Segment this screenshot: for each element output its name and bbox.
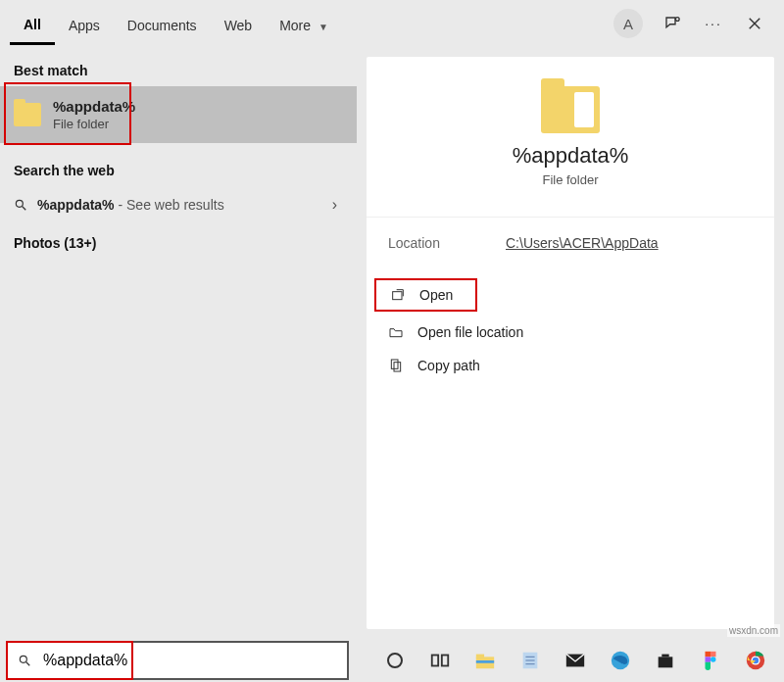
svg-rect-6	[391, 360, 398, 368]
svg-rect-21	[706, 652, 711, 658]
avatar[interactable]: A	[613, 9, 643, 38]
search-icon	[14, 198, 27, 212]
file-explorer-icon[interactable]	[474, 650, 496, 671]
mail-icon[interactable]	[564, 650, 586, 671]
open-file-location-action[interactable]: Open file location	[367, 316, 774, 349]
more-options-icon[interactable]: ···	[702, 12, 725, 35]
results-pane: Best match %appdata% File folder Search …	[0, 47, 357, 639]
filter-tabs: All Apps Documents Web More ▼	[10, 3, 342, 45]
svg-rect-10	[432, 656, 438, 666]
photos-label[interactable]: Photos (13+)	[0, 229, 357, 259]
svg-rect-22	[710, 652, 716, 658]
search-icon	[18, 654, 31, 667]
folder-icon	[14, 103, 41, 126]
open-icon	[390, 287, 406, 303]
best-match-label: Best match	[0, 57, 357, 86]
tab-more-label: More	[279, 18, 311, 33]
svg-rect-11	[442, 656, 448, 666]
search-box[interactable]	[6, 641, 349, 680]
search-web-label: Search the web	[0, 157, 357, 186]
svg-rect-23	[706, 657, 711, 662]
best-match-subtitle: File folder	[53, 117, 135, 131]
tab-apps[interactable]: Apps	[55, 4, 114, 43]
taskbar-icons	[355, 650, 766, 671]
preview-subtitle: File folder	[367, 172, 774, 187]
best-match-title: %appdata%	[53, 98, 135, 115]
tab-documents[interactable]: Documents	[114, 4, 211, 43]
copy-path-action[interactable]: Copy path	[367, 349, 774, 382]
open-label: Open	[419, 287, 453, 303]
header-actions: A ···	[613, 9, 774, 38]
open-file-location-label: Open file location	[417, 324, 523, 340]
search-header: All Apps Documents Web More ▼ A ···	[0, 0, 784, 47]
svg-rect-5	[393, 292, 402, 300]
edge-icon[interactable]	[610, 650, 631, 671]
watermark: wsxdn.com	[727, 624, 780, 637]
svg-rect-14	[476, 660, 494, 663]
folder-icon	[541, 86, 600, 133]
store-icon[interactable]	[655, 650, 676, 671]
open-action[interactable]: Open	[374, 278, 477, 312]
search-input[interactable]	[41, 651, 337, 670]
web-query: %appdata%	[37, 197, 115, 213]
copy-path-label: Copy path	[417, 358, 480, 373]
feedback-icon[interactable]	[661, 12, 684, 35]
location-value[interactable]: C:\Users\ACER\AppData	[506, 235, 659, 251]
svg-line-4	[23, 207, 26, 211]
best-match-item[interactable]: %appdata% File folder	[0, 86, 357, 143]
svg-line-9	[26, 662, 30, 666]
taskbar	[0, 639, 784, 682]
tab-web[interactable]: Web	[211, 4, 267, 43]
folder-open-icon	[388, 324, 404, 340]
preview-title: %appdata%	[367, 143, 774, 169]
svg-rect-13	[476, 655, 484, 659]
preview-pane: %appdata% File folder Location C:\Users\…	[367, 57, 774, 629]
svg-point-0	[675, 18, 679, 22]
notepad-icon[interactable]	[519, 650, 541, 671]
task-view-icon[interactable]	[429, 650, 451, 671]
svg-point-3	[16, 200, 23, 207]
copy-icon	[388, 358, 404, 373]
tab-all[interactable]: All	[10, 3, 55, 45]
location-label: Location	[388, 235, 466, 251]
chrome-icon[interactable]	[745, 650, 766, 671]
svg-point-24	[710, 657, 716, 662]
close-icon[interactable]	[743, 12, 766, 35]
tab-more[interactable]: More ▼	[266, 4, 342, 43]
chevron-right-icon[interactable]: ›	[332, 196, 343, 214]
web-suffix: - See web results	[115, 197, 224, 213]
svg-rect-7	[394, 363, 401, 371]
web-result-item[interactable]: %appdata% - See web results ›	[0, 186, 357, 223]
chevron-down-icon: ▼	[318, 22, 328, 32]
figma-icon[interactable]	[700, 650, 721, 671]
location-row: Location C:\Users\ACER\AppData	[367, 217, 774, 268]
cortana-icon[interactable]	[384, 650, 406, 671]
svg-point-8	[20, 656, 26, 662]
